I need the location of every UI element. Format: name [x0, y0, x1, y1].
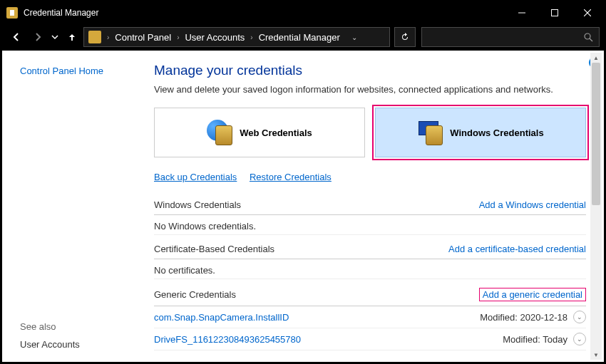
- expand-icon[interactable]: ⌄: [573, 333, 586, 345]
- add-generic-credential-link[interactable]: Add a generic credential: [479, 288, 586, 301]
- section-title: Windows Credentials: [154, 199, 241, 210]
- svg-line-6: [590, 38, 592, 41]
- credential-row[interactable]: com.Snap.SnapCamera.InstallID Modified: …: [154, 306, 586, 328]
- title-bar: Credential Manager: [2, 2, 604, 24]
- chevron-down-icon[interactable]: ⌄: [346, 33, 363, 41]
- minimize-button[interactable]: [505, 2, 538, 24]
- section-title: Generic Credentials: [154, 289, 236, 300]
- globe-vault-icon: [207, 120, 232, 145]
- back-button[interactable]: [6, 26, 26, 48]
- vertical-scrollbar[interactable]: ▲ ▼: [590, 53, 602, 360]
- svg-rect-2: [552, 10, 558, 16]
- web-credentials-tile[interactable]: Web Credentials: [154, 108, 365, 157]
- add-cert-credential-link[interactable]: Add a certificate-based credential: [448, 244, 586, 254]
- svg-point-5: [585, 33, 590, 39]
- search-icon: [583, 32, 593, 42]
- control-panel-home-link[interactable]: Control Panel Home: [20, 66, 154, 76]
- breadcrumb-item[interactable]: Control Panel: [115, 32, 171, 43]
- maximize-button[interactable]: [538, 2, 571, 24]
- backup-credentials-link[interactable]: Back up Credentials: [154, 172, 237, 182]
- windows-credentials-tile[interactable]: Windows Credentials: [375, 108, 586, 157]
- refresh-button[interactable]: [394, 27, 416, 47]
- see-also-label: See also: [20, 321, 154, 332]
- page-heading: Manage your credentials: [154, 63, 586, 78]
- monitor-vault-icon: [417, 120, 443, 145]
- expand-icon[interactable]: ⌄: [573, 311, 586, 323]
- user-accounts-link[interactable]: User Accounts: [20, 339, 154, 350]
- restore-credentials-link[interactable]: Restore Credentials: [250, 172, 332, 182]
- scroll-down-arrow[interactable]: ▼: [590, 350, 602, 360]
- folder-icon: [88, 31, 101, 43]
- scroll-up-arrow[interactable]: ▲: [590, 53, 602, 63]
- breadcrumb-item[interactable]: Credential Manager: [259, 32, 340, 43]
- section-empty-text: No Windows credentials.: [154, 215, 586, 235]
- add-windows-credential-link[interactable]: Add a Windows credential: [479, 199, 586, 210]
- credential-name: com.Snap.SnapCamera.InstallID: [154, 312, 289, 323]
- svg-rect-0: [10, 10, 14, 16]
- scroll-thumb[interactable]: [592, 63, 600, 205]
- credential-name: DriveFS_116122308493625455780: [154, 334, 301, 345]
- nav-bar: › Control Panel › User Accounts › Creden…: [2, 24, 604, 51]
- app-icon: [6, 7, 18, 19]
- chevron-right-icon: ›: [107, 33, 109, 41]
- forward-button[interactable]: [28, 26, 48, 48]
- window-title: Credential Manager: [24, 8, 98, 18]
- up-button[interactable]: [62, 26, 82, 48]
- chevron-right-icon: ›: [177, 33, 179, 41]
- tile-label: Web Credentials: [240, 128, 312, 138]
- credential-row[interactable]: DriveFS_116122308493625455780 Modified: …: [154, 328, 586, 350]
- main-content: ? Manage your credentials View and delet…: [154, 53, 602, 360]
- search-box[interactable]: [421, 27, 600, 47]
- credential-modified: Modified: Today: [503, 334, 568, 345]
- chevron-right-icon: ›: [250, 33, 252, 41]
- sidebar: Control Panel Home See also User Account…: [4, 53, 154, 360]
- breadcrumb-item[interactable]: User Accounts: [185, 32, 245, 43]
- credential-modified: Modified: 2020-12-18: [480, 312, 568, 323]
- close-button[interactable]: [571, 2, 604, 24]
- page-subtext: View and delete your saved logon informa…: [154, 84, 586, 95]
- tile-label: Windows Credentials: [450, 128, 543, 138]
- section-title: Certificate-Based Credentials: [154, 244, 274, 254]
- section-empty-text: No certificates.: [154, 259, 586, 279]
- address-bar[interactable]: › Control Panel › User Accounts › Creden…: [83, 27, 390, 47]
- recent-locations-button[interactable]: [49, 26, 61, 48]
